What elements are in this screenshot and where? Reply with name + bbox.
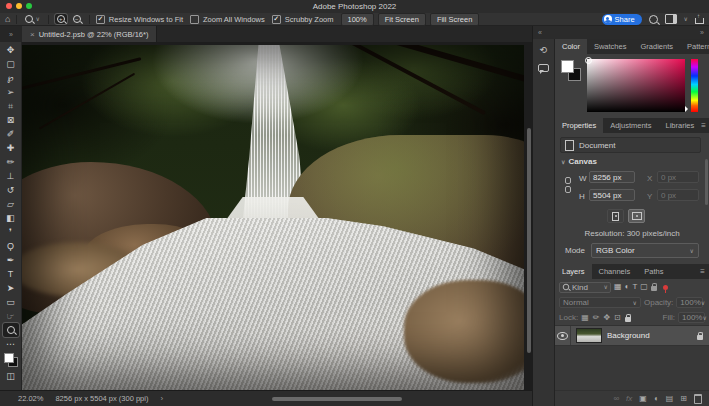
filter-pixel-layers-icon[interactable]: ▦ xyxy=(614,283,622,291)
tab-color[interactable]: Color xyxy=(555,39,587,54)
toolbar-collapse-icon[interactable]: » xyxy=(0,26,22,42)
tool-brush-button[interactable]: ✏ xyxy=(3,155,19,169)
workspace-switcher-icon[interactable] xyxy=(665,14,677,24)
zoom-all-windows-checkbox[interactable] xyxy=(190,15,199,24)
color-field[interactable] xyxy=(587,59,685,112)
link-layers-icon[interactable]: ∞ xyxy=(613,394,619,403)
search-icon[interactable] xyxy=(649,15,658,24)
zoom-in-button[interactable] xyxy=(55,14,67,24)
scrubby-zoom-checkbox[interactable]: ✓ xyxy=(272,15,281,24)
tool-blur-button[interactable]: ❜ xyxy=(3,225,19,239)
foreground-color-swatch[interactable] xyxy=(561,60,574,73)
filter-type-layers-icon[interactable]: T xyxy=(632,283,637,291)
fill-screen-button[interactable]: Fill Screen xyxy=(430,13,479,26)
document-properties-row[interactable]: Document xyxy=(560,137,701,153)
edit-toolbar-button[interactable]: ⋯ xyxy=(3,337,19,351)
delete-layer-icon[interactable] xyxy=(694,394,702,404)
panel-menu-icon[interactable]: ≡ xyxy=(700,267,709,276)
width-field[interactable]: 8256 px xyxy=(589,171,635,183)
new-layer-icon[interactable]: ⊞ xyxy=(680,394,687,403)
lock-all-icon[interactable] xyxy=(625,317,631,322)
tool-hand-button[interactable]: ☞ xyxy=(3,309,19,323)
expand-dock-icon[interactable]: « xyxy=(538,29,542,36)
tool-crop-button[interactable]: ⌗ xyxy=(3,99,19,113)
tab-swatches[interactable]: Swatches xyxy=(587,39,634,54)
tool-type-button[interactable]: T xyxy=(3,267,19,281)
home-icon[interactable]: ⌂ xyxy=(5,15,10,24)
layer-filtering-toggle[interactable] xyxy=(663,285,668,290)
zoom-tool-preset[interactable]: ∨ xyxy=(23,14,41,24)
lock-artboard-icon[interactable]: ⊡ xyxy=(614,313,621,322)
x-field[interactable]: 0 px xyxy=(657,171,699,183)
add-layer-mask-icon[interactable]: ▣ xyxy=(639,394,647,403)
zoom-level-field[interactable]: 22.02% xyxy=(18,394,43,403)
tool-lasso-button[interactable]: ℘ xyxy=(3,71,19,85)
tab-patterns[interactable]: Patterns xyxy=(680,39,709,54)
tool-gradient-button[interactable]: ◧ xyxy=(3,211,19,225)
fill-field[interactable]: 100% ∨ xyxy=(678,312,705,323)
properties-scrollbar[interactable] xyxy=(705,159,708,205)
tool-frame-button[interactable]: ⊠ xyxy=(3,113,19,127)
vertical-scrollbar[interactable] xyxy=(527,128,531,353)
horizontal-scrollbar[interactable] xyxy=(272,397,402,401)
filter-adjustment-layers-icon[interactable]: ◐ xyxy=(625,283,630,291)
tab-channels[interactable]: Channels xyxy=(592,264,638,279)
document-tab[interactable]: × Untitled-2.psb @ 22% (RGB/16*) xyxy=(22,26,157,42)
layer-thumbnail[interactable] xyxy=(576,328,602,343)
zoom-100-button[interactable]: 100% xyxy=(341,13,374,26)
tool-rectangular-marquee-button[interactable]: ▢ xyxy=(3,57,19,71)
tool-zoom-button[interactable] xyxy=(3,323,19,337)
filter-locked-layers-icon[interactable] xyxy=(651,286,657,291)
landscape-orientation-button[interactable] xyxy=(628,209,645,223)
tool-dodge-button[interactable]: Ϙ xyxy=(3,239,19,253)
color-mode-dropdown[interactable]: RGB Color ∨ xyxy=(591,243,699,258)
zoom-out-button[interactable] xyxy=(71,14,83,24)
canvas-section-header[interactable]: ∨ Canvas xyxy=(561,157,597,166)
opacity-field[interactable]: 100% ∨ xyxy=(676,297,703,308)
filter-kind-dropdown[interactable]: Kind ∨ xyxy=(559,282,611,293)
tab-libraries[interactable]: Libraries xyxy=(658,118,701,133)
foreground-color-swatch[interactable] xyxy=(4,353,14,363)
lock-position-icon[interactable]: ✥ xyxy=(603,313,610,322)
collapse-dock-icon[interactable]: » xyxy=(700,29,704,36)
hue-slider[interactable] xyxy=(691,59,698,112)
tool-spot-healing-brush-button[interactable]: ✚ xyxy=(3,141,19,155)
new-group-icon[interactable]: ▤ xyxy=(666,394,674,403)
filter-shape-layers-icon[interactable]: ▢ xyxy=(640,283,648,291)
panel-menu-icon[interactable]: ≡ xyxy=(701,121,709,130)
lock-transparent-pixels-icon[interactable]: ▦ xyxy=(581,313,589,322)
tool-object-selection-button[interactable]: ➢ xyxy=(3,85,19,99)
tool-move-button[interactable]: ✥ xyxy=(3,43,19,57)
export-share-icon[interactable] xyxy=(695,18,704,24)
resize-windows-to-fit-checkbox[interactable]: ✓ xyxy=(96,15,105,24)
tool-path-selection-button[interactable]: ➤ xyxy=(3,281,19,295)
tab-properties[interactable]: Properties xyxy=(555,118,603,133)
tab-layers[interactable]: Layers xyxy=(555,264,592,279)
tool-pen-button[interactable]: ✒ xyxy=(3,253,19,267)
close-tab-icon[interactable]: × xyxy=(30,30,35,39)
tool-clone-stamp-button[interactable]: ⊥ xyxy=(3,169,19,183)
layer-style-icon[interactable]: fx xyxy=(626,394,632,403)
history-panel-icon[interactable]: ⟲ xyxy=(540,46,548,55)
foreground-background-colors[interactable] xyxy=(4,353,18,367)
blend-mode-dropdown[interactable]: Normal ∨ xyxy=(559,297,641,308)
tab-gradients[interactable]: Gradients xyxy=(633,39,680,54)
tab-paths[interactable]: Paths xyxy=(637,264,670,279)
fit-screen-button[interactable]: Fit Screen xyxy=(378,13,426,26)
tool-eraser-button[interactable]: ▱ xyxy=(3,197,19,211)
y-field[interactable]: 0 px xyxy=(657,189,699,201)
link-dimensions-icon[interactable] xyxy=(565,177,571,193)
tool-history-brush-button[interactable]: ↺ xyxy=(3,183,19,197)
height-field[interactable]: 5504 px xyxy=(589,189,635,201)
canvas-image[interactable] xyxy=(22,45,524,390)
lock-image-pixels-icon[interactable]: ✏ xyxy=(593,313,600,322)
tool-shape-button[interactable]: ▭ xyxy=(3,295,19,309)
tool-eyedropper-button[interactable]: ✐ xyxy=(3,127,19,141)
layer-row-background[interactable]: Background xyxy=(555,325,709,346)
share-button[interactable]: Share xyxy=(602,14,642,25)
screen-mode-button[interactable]: ◫ xyxy=(3,369,19,383)
comments-panel-icon[interactable] xyxy=(538,64,549,72)
tab-adjustments[interactable]: Adjustments xyxy=(603,118,658,133)
portrait-orientation-button[interactable] xyxy=(607,209,624,223)
new-adjustment-layer-icon[interactable]: ◐ xyxy=(654,394,659,403)
